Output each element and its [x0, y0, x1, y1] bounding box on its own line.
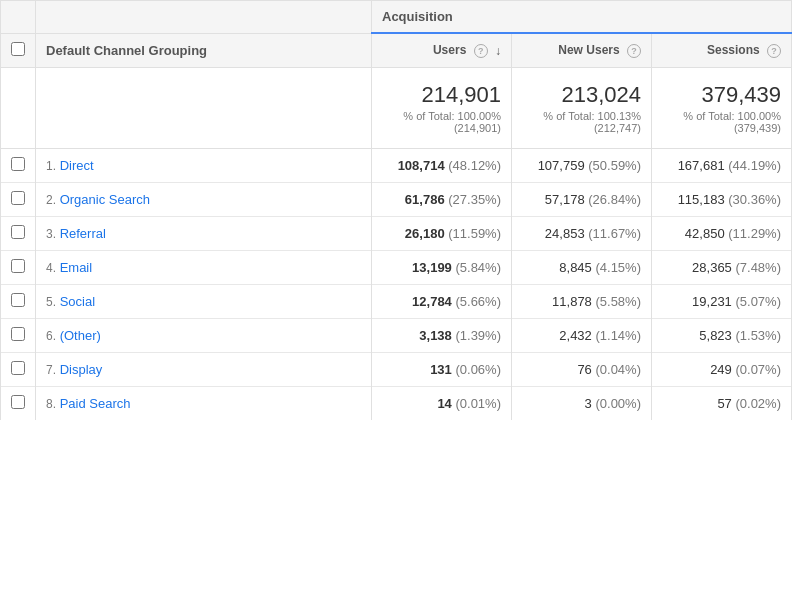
totals-row: 214,901 % of Total: 100.00% (214,901) 21… — [1, 67, 792, 148]
channel-name-cell: 8. Paid Search — [36, 386, 372, 420]
sessions-pct: (7.48%) — [735, 260, 781, 275]
row-checkbox[interactable] — [11, 361, 25, 375]
users-value: 61,786 — [405, 192, 445, 207]
users-value: 14 — [437, 396, 451, 411]
users-cell: 3,138 (1.39%) — [372, 318, 512, 352]
row-checkbox-cell[interactable] — [1, 352, 36, 386]
users-cell: 108,714 (48.12%) — [372, 148, 512, 182]
top-left-spacer — [1, 1, 36, 34]
new-users-pct: (4.15%) — [595, 260, 641, 275]
new-users-cell: 107,759 (50.59%) — [512, 148, 652, 182]
table-row: 8. Paid Search 14 (0.01%) 3 (0.00%) 57 (… — [1, 386, 792, 420]
new-users-info-icon[interactable]: ? — [627, 44, 641, 58]
sessions-cell: 57 (0.02%) — [652, 386, 792, 420]
new-users-pct: (0.00%) — [595, 396, 641, 411]
new-users-pct: (26.84%) — [588, 192, 641, 207]
channel-link[interactable]: Organic Search — [60, 192, 150, 207]
sessions-th: Sessions ? — [652, 33, 792, 67]
new-users-pct: (1.14%) — [595, 328, 641, 343]
totals-users-pct: % of Total: 100.00% (214,901) — [382, 110, 501, 134]
row-checkbox-cell[interactable] — [1, 216, 36, 250]
table-row: 2. Organic Search 61,786 (27.35%) 57,178… — [1, 182, 792, 216]
new-users-pct: (50.59%) — [588, 158, 641, 173]
new-users-value: 107,759 — [538, 158, 585, 173]
new-users-value: 57,178 — [545, 192, 585, 207]
channel-link[interactable]: Referral — [60, 226, 106, 241]
row-checkbox[interactable] — [11, 293, 25, 307]
sessions-cell: 167,681 (44.19%) — [652, 148, 792, 182]
sessions-pct: (0.07%) — [735, 362, 781, 377]
row-checkbox[interactable] — [11, 395, 25, 409]
sessions-pct: (44.19%) — [728, 158, 781, 173]
acquisition-label: Acquisition — [382, 9, 453, 24]
users-cell: 12,784 (5.66%) — [372, 284, 512, 318]
users-pct: (5.66%) — [455, 294, 501, 309]
acquisition-header: Acquisition — [372, 1, 792, 34]
channel-grouping-header-spacer — [36, 1, 372, 34]
users-pct: (48.12%) — [448, 158, 501, 173]
new-users-th: New Users ? — [512, 33, 652, 67]
row-rank: 7. — [46, 363, 56, 377]
channel-link[interactable]: Social — [60, 294, 95, 309]
channel-link[interactable]: Paid Search — [60, 396, 131, 411]
new-users-cell: 2,432 (1.14%) — [512, 318, 652, 352]
new-users-pct: (11.67%) — [588, 226, 641, 241]
channel-link[interactable]: Direct — [60, 158, 94, 173]
new-users-cell: 24,853 (11.67%) — [512, 216, 652, 250]
channel-link[interactable]: (Other) — [60, 328, 101, 343]
new-users-cell: 11,878 (5.58%) — [512, 284, 652, 318]
users-cell: 14 (0.01%) — [372, 386, 512, 420]
row-checkbox-cell[interactable] — [1, 318, 36, 352]
sessions-header-label: Sessions — [707, 43, 760, 57]
users-value: 131 — [430, 362, 452, 377]
totals-cb-cell — [1, 67, 36, 148]
users-info-icon[interactable]: ? — [474, 44, 488, 58]
sessions-value: 28,365 — [692, 260, 732, 275]
row-checkbox[interactable] — [11, 157, 25, 171]
channel-name-cell: 6. (Other) — [36, 318, 372, 352]
new-users-cell: 3 (0.00%) — [512, 386, 652, 420]
row-rank: 6. — [46, 329, 56, 343]
users-pct: (1.39%) — [455, 328, 501, 343]
row-checkbox[interactable] — [11, 225, 25, 239]
select-all-checkbox[interactable] — [11, 42, 25, 56]
totals-new-users-cell: 213,024 % of Total: 100.13% (212,747) — [512, 67, 652, 148]
sessions-value: 249 — [710, 362, 732, 377]
row-checkbox-cell[interactable] — [1, 250, 36, 284]
new-users-value: 8,845 — [559, 260, 592, 275]
totals-users-value: 214,901 — [382, 82, 501, 108]
row-checkbox[interactable] — [11, 191, 25, 205]
users-pct: (5.84%) — [455, 260, 501, 275]
row-checkbox-cell[interactable] — [1, 148, 36, 182]
sessions-pct: (1.53%) — [735, 328, 781, 343]
sessions-pct: (30.36%) — [728, 192, 781, 207]
users-pct: (0.06%) — [455, 362, 501, 377]
row-rank: 8. — [46, 397, 56, 411]
users-cell: 26,180 (11.59%) — [372, 216, 512, 250]
table-row: 6. (Other) 3,138 (1.39%) 2,432 (1.14%) 5… — [1, 318, 792, 352]
users-value: 12,784 — [412, 294, 452, 309]
row-checkbox[interactable] — [11, 327, 25, 341]
users-pct: (27.35%) — [448, 192, 501, 207]
channel-name-cell: 1. Direct — [36, 148, 372, 182]
analytics-table: Acquisition Default Channel Grouping Use… — [0, 0, 792, 420]
channel-link[interactable]: Display — [60, 362, 103, 377]
new-users-cell: 8,845 (4.15%) — [512, 250, 652, 284]
row-checkbox-cell[interactable] — [1, 284, 36, 318]
table-row: 5. Social 12,784 (5.66%) 11,878 (5.58%) … — [1, 284, 792, 318]
row-checkbox[interactable] — [11, 259, 25, 273]
new-users-pct: (5.58%) — [595, 294, 641, 309]
users-sort-icon[interactable]: ↓ — [495, 44, 501, 58]
row-rank: 2. — [46, 193, 56, 207]
users-cell: 131 (0.06%) — [372, 352, 512, 386]
sessions-cell: 249 (0.07%) — [652, 352, 792, 386]
channel-link[interactable]: Email — [60, 260, 93, 275]
sessions-value: 115,183 — [678, 192, 725, 207]
row-checkbox-cell[interactable] — [1, 386, 36, 420]
sessions-value: 57 — [717, 396, 731, 411]
users-pct: (0.01%) — [455, 396, 501, 411]
sessions-cell: 115,183 (30.36%) — [652, 182, 792, 216]
row-checkbox-cell[interactable] — [1, 182, 36, 216]
sessions-value: 19,231 — [692, 294, 732, 309]
sessions-info-icon[interactable]: ? — [767, 44, 781, 58]
